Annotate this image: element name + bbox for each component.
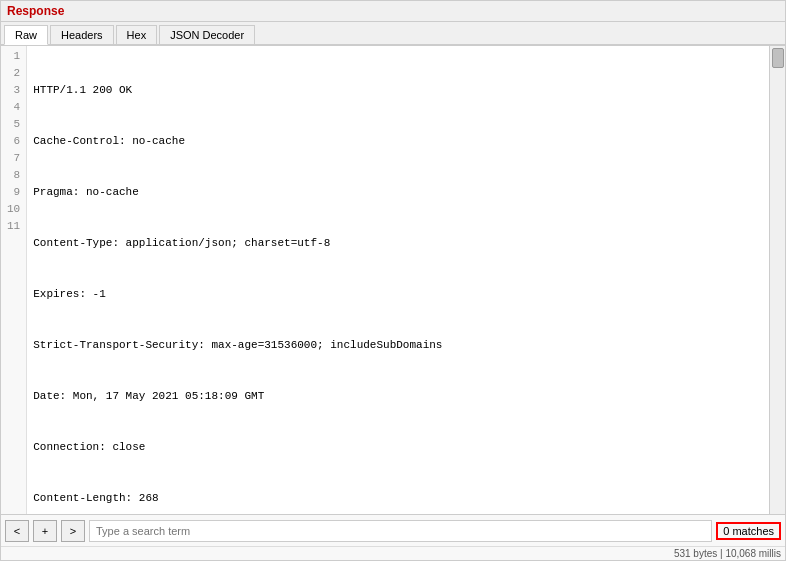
code-line-9: Content-Length: 268 xyxy=(33,490,763,507)
tab-bar: Raw Headers Hex JSON Decoder xyxy=(1,22,785,46)
search-input[interactable] xyxy=(89,520,712,542)
prev-icon: < xyxy=(14,525,20,537)
code-line-6: Strict-Transport-Security: max-age=31536… xyxy=(33,337,763,354)
matches-badge: 0 matches xyxy=(716,522,781,540)
next-button[interactable]: > xyxy=(61,520,85,542)
line-num-9: 9 xyxy=(7,184,20,201)
line-num-10: 10 xyxy=(7,201,20,218)
line-num-4: 4 xyxy=(7,99,20,116)
next-icon: > xyxy=(70,525,76,537)
line-num-3: 3 xyxy=(7,82,20,99)
add-icon: + xyxy=(42,525,48,537)
code-line-7: Date: Mon, 17 May 2021 05:18:09 GMT xyxy=(33,388,763,405)
line-num-2: 2 xyxy=(7,65,20,82)
prev-button[interactable]: < xyxy=(5,520,29,542)
panel-title: Response xyxy=(1,1,785,22)
code-line-1: HTTP/1.1 200 OK xyxy=(33,82,763,99)
line-num-11: 11 xyxy=(7,218,20,235)
line-num-1: 1 xyxy=(7,48,20,65)
bytes-label: 531 bytes xyxy=(674,548,717,559)
tab-hex[interactable]: Hex xyxy=(116,25,158,44)
separator: | xyxy=(717,548,725,559)
tab-json-decoder[interactable]: JSON Decoder xyxy=(159,25,255,44)
line-num-7: 7 xyxy=(7,150,20,167)
millis-label: 10,068 millis xyxy=(725,548,781,559)
code-line-3: Pragma: no-cache xyxy=(33,184,763,201)
response-panel: Response Raw Headers Hex JSON Decoder 1 … xyxy=(0,0,786,561)
line-num-5: 5 xyxy=(7,116,20,133)
scrollbar[interactable] xyxy=(769,46,785,514)
status-bar: 531 bytes | 10,068 millis xyxy=(1,546,785,560)
code-line-2: Cache-Control: no-cache xyxy=(33,133,763,150)
line-num-8: 8 xyxy=(7,167,20,184)
tab-raw[interactable]: Raw xyxy=(4,25,48,45)
content-area: 1 2 3 4 5 6 7 8 9 10 11 HTTP/1.1 200 OK … xyxy=(1,46,785,514)
code-line-5: Expires: -1 xyxy=(33,286,763,303)
add-button[interactable]: + xyxy=(33,520,57,542)
code-line-4: Content-Type: application/json; charset=… xyxy=(33,235,763,252)
scrollbar-thumb[interactable] xyxy=(772,48,784,68)
code-content[interactable]: HTTP/1.1 200 OK Cache-Control: no-cache … xyxy=(27,46,769,514)
tab-headers[interactable]: Headers xyxy=(50,25,114,44)
line-numbers: 1 2 3 4 5 6 7 8 9 10 11 xyxy=(1,46,27,514)
footer-bar: < + > 0 matches xyxy=(1,514,785,546)
code-line-8: Connection: close xyxy=(33,439,763,456)
line-num-6: 6 xyxy=(7,133,20,150)
